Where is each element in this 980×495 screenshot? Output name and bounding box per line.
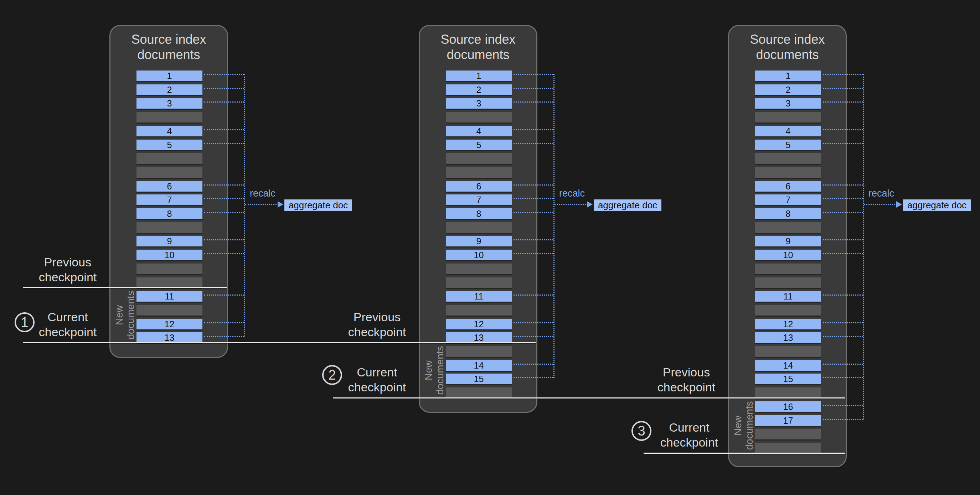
aggregate-doc-box: aggregate doc: [594, 200, 662, 211]
placeholder-row: [446, 346, 512, 357]
doc-connector-line: [204, 184, 244, 186]
doc-row-7: 7: [755, 194, 821, 205]
doc-connector-line: [204, 212, 244, 213]
doc-connector-line: [514, 239, 554, 240]
doc-row-13: 13: [446, 332, 512, 343]
doc-row-5: 5: [446, 140, 512, 150]
doc-row-9: 9: [755, 236, 821, 246]
doc-connector-line: [514, 102, 554, 103]
placeholder-row: [755, 305, 821, 316]
placeholder-row: [446, 387, 512, 398]
placeholder-row: [755, 167, 821, 178]
doc-row-15: 15: [446, 374, 512, 384]
doc-row-8: 8: [446, 208, 512, 219]
bracket-line: [554, 74, 555, 378]
arrowhead-icon: [278, 201, 283, 208]
doc-connector-line: [823, 102, 863, 103]
panel-title: Source index documents: [729, 32, 846, 62]
placeholder-row: [755, 429, 821, 439]
doc-connector-line: [823, 88, 863, 89]
doc-connector-line: [823, 198, 863, 199]
doc-row-16: 16: [755, 401, 821, 412]
doc-connector-line: [823, 143, 863, 144]
placeholder-row: [446, 305, 512, 316]
bracket-line: [863, 74, 864, 419]
doc-row-4: 4: [446, 126, 512, 136]
doc-connector-line: [823, 184, 863, 186]
placeholder-row: [446, 263, 512, 274]
placeholder-row: [137, 153, 202, 164]
doc-connector-line: [514, 88, 554, 89]
placeholder-row: [446, 278, 512, 288]
placeholder-row: [446, 112, 512, 122]
doc-row-1: 1: [137, 70, 202, 81]
doc-row-11: 11: [446, 291, 512, 301]
doc-connector-line: [514, 74, 554, 75]
doc-row-2: 2: [137, 84, 202, 95]
checkpoint-line-1: [23, 287, 227, 288]
doc-connector-line: [823, 419, 863, 420]
doc-connector-line: [823, 239, 863, 240]
checkpoint-number-badge-2: 2: [322, 365, 342, 385]
doc-connector-line: [204, 74, 244, 75]
checkpoint-line-2: [23, 342, 536, 343]
bracket-line: [244, 74, 245, 336]
checkpoint-number-badge-1: 1: [14, 312, 35, 332]
doc-connector-line: [514, 295, 554, 295]
doc-row-14: 14: [755, 360, 821, 371]
doc-connector-line: [823, 405, 863, 406]
doc-connector-line: [514, 253, 554, 254]
doc-row-6: 6: [755, 181, 821, 192]
doc-row-1: 1: [755, 70, 821, 81]
doc-row-12: 12: [137, 319, 202, 329]
doc-connector-line: [823, 129, 863, 130]
placeholder-row: [755, 443, 821, 453]
doc-row-3: 3: [137, 98, 202, 109]
doc-row-10: 10: [755, 250, 821, 260]
doc-row-5: 5: [137, 140, 202, 150]
doc-row-2: 2: [755, 84, 821, 95]
panel-title: Source index documents: [420, 32, 536, 62]
doc-row-4: 4: [137, 126, 202, 136]
aggregate-doc-box: aggregate doc: [903, 200, 971, 211]
arrowhead-icon: [896, 201, 902, 208]
placeholder-row: [755, 112, 821, 122]
panel-title: Source index documents: [110, 32, 227, 62]
placeholder-row: [755, 346, 821, 357]
doc-connector-line: [204, 129, 244, 130]
placeholder-row: [755, 153, 821, 164]
doc-connector-line: [514, 129, 554, 130]
previous-checkpoint-label-2: Previous checkpoint: [320, 309, 434, 340]
checkpoint-number-badge-3: 3: [632, 421, 651, 441]
recalc-arrow: [245, 204, 279, 205]
arrowhead-icon: [587, 201, 593, 208]
doc-connector-line: [204, 88, 244, 89]
placeholder-row: [755, 222, 821, 233]
doc-connector-line: [823, 377, 863, 378]
doc-row-10: 10: [137, 250, 202, 260]
doc-connector-line: [204, 198, 244, 199]
checkpoint-line-3: [333, 397, 845, 398]
doc-connector-line: [823, 363, 863, 365]
doc-row-1: 1: [446, 70, 512, 81]
doc-row-12: 12: [446, 319, 512, 329]
placeholder-row: [755, 263, 821, 274]
aggregate-doc-box: aggregate doc: [285, 200, 352, 211]
transform-checkpoints-diagram: Source index documents12345678910111213r…: [0, 0, 980, 495]
doc-connector-line: [823, 74, 863, 75]
checkpoint-line-4: [644, 453, 845, 454]
doc-connector-line: [514, 143, 554, 144]
doc-row-9: 9: [446, 236, 512, 246]
doc-row-11: 11: [137, 291, 202, 301]
doc-connector-line: [823, 253, 863, 254]
doc-connector-line: [204, 336, 244, 337]
doc-row-13: 13: [755, 332, 821, 343]
placeholder-row: [137, 305, 202, 316]
doc-connector-line: [204, 143, 244, 144]
previous-checkpoint-label-3: Previous checkpoint: [629, 365, 743, 395]
doc-connector-line: [514, 336, 554, 337]
placeholder-row: [755, 278, 821, 288]
placeholder-row: [137, 263, 202, 274]
doc-row-12: 12: [755, 319, 821, 329]
doc-row-8: 8: [137, 208, 202, 219]
